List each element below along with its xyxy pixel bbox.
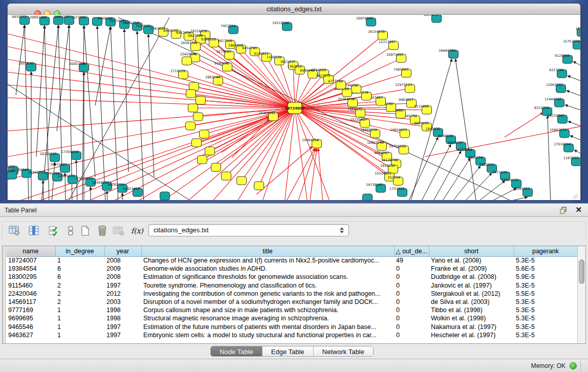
table-cell[interactable]: 1997 — [104, 331, 141, 339]
table-cell[interactable]: Investigating the contribution of common… — [141, 290, 394, 298]
table-cell[interactable]: 9115460 — [6, 281, 55, 290]
table-cell[interactable]: 1 — [55, 306, 104, 314]
table-cell[interactable]: 1998 — [104, 314, 141, 322]
table-row[interactable]: 1456911722003Disruption of a novel membe… — [6, 298, 577, 306]
table-cell[interactable]: Embryonic stem cells: a model to study s… — [141, 331, 394, 339]
graph-node[interactable] — [160, 192, 170, 200]
network-canvas[interactable]: 9435572206914061065326715276026466160107… — [8, 15, 580, 200]
table-row[interactable]: 977716911998Corpus callosum shape and si… — [6, 306, 577, 314]
float-panel-icon[interactable] — [559, 206, 568, 214]
table-cell[interactable]: Disruption of a novel member of a sodium… — [141, 298, 394, 306]
table-cell[interactable]: 0 — [394, 331, 429, 339]
table-cell[interactable]: 2003 — [104, 298, 141, 306]
table-cell[interactable]: 0 — [394, 273, 429, 281]
table-cell[interactable]: 5.3E-5 — [514, 281, 577, 290]
table-cell[interactable]: Tourette syndrome. Phenomenology and cla… — [141, 281, 394, 290]
table-cell[interactable]: 5.6E-5 — [514, 265, 577, 273]
table-cell[interactable]: 0 — [394, 281, 429, 290]
table-cell[interactable]: Estimation of the future numbers of pati… — [141, 323, 394, 331]
rows-icon[interactable] — [64, 224, 77, 237]
column-header-out_degree[interactable]: △ out_de... — [394, 246, 429, 256]
table-cell[interactable]: 2008 — [104, 273, 141, 281]
table-cell[interactable]: 5.5E-5 — [514, 290, 577, 298]
table-row[interactable]: 969969511998Structural magnetic resonanc… — [6, 314, 577, 322]
table-row[interactable]: 2242004622012Investigating the contribut… — [6, 290, 577, 298]
canvas-resize-grip[interactable] — [573, 193, 578, 199]
table-row[interactable]: 1872400712008Changes of HCN gene express… — [6, 256, 577, 265]
graph-node[interactable] — [254, 182, 264, 190]
table-cell[interactable]: 49 — [394, 256, 429, 265]
select-columns-icon[interactable] — [47, 224, 60, 237]
table-scrollbar-thumb[interactable] — [579, 259, 584, 284]
table-cell[interactable]: 5.3E-5 — [514, 306, 577, 314]
table-cell[interactable]: 2 — [55, 290, 104, 298]
table-cell[interactable]: 5.3E-5 — [514, 331, 577, 339]
table-cell[interactable]: 5.9E-5 — [514, 273, 577, 281]
tab-node-table[interactable]: Node Table — [211, 346, 263, 356]
citation-network-graph[interactable]: 9435572206914061065326715276026466160107… — [8, 15, 580, 200]
table-cell[interactable]: 5.3E-5 — [514, 323, 577, 331]
table-cell[interactable]: 19384554 — [6, 265, 55, 273]
table-cell[interactable]: Jankovic et al. (1997) — [429, 281, 514, 290]
table-cell[interactable]: 5.3E-5 — [514, 256, 577, 265]
table-cell[interactable]: 1 — [55, 314, 104, 322]
table-cell[interactable]: Franke et al. (2009) — [429, 265, 514, 273]
table-cell[interactable]: 1 — [55, 323, 104, 331]
table-selector-dropdown[interactable]: citations_edges.txt — [148, 224, 349, 236]
table-cell[interactable]: Structural magnetic resonance image aver… — [141, 314, 394, 322]
table-cell[interactable]: 1 — [55, 256, 104, 265]
table-cell[interactable]: 1997 — [104, 323, 141, 331]
table-cell[interactable]: Hescheler et al. (1997) — [429, 331, 514, 339]
graph-node[interactable] — [192, 139, 202, 147]
table-cell[interactable]: 5.3E-5 — [514, 314, 577, 322]
delete-column-icon[interactable] — [96, 224, 109, 237]
table-cell[interactable]: 5.3E-5 — [514, 298, 577, 306]
table-cell[interactable]: 1 — [55, 331, 104, 339]
new-column-icon[interactable] — [78, 224, 92, 237]
table-cell[interactable]: 6 — [55, 265, 104, 273]
table-cell[interactable]: 2 — [55, 281, 104, 290]
table-cell[interactable]: Genome-wide association studies in ADHD. — [141, 265, 394, 273]
column-header-pagerank[interactable]: pagerank — [514, 246, 577, 256]
graph-node[interactable] — [196, 96, 206, 104]
table-cell[interactable]: 0 — [394, 306, 429, 314]
table-cell[interactable]: 2009 — [104, 265, 141, 273]
graph-node[interactable] — [211, 163, 221, 171]
table-row[interactable]: 946554611997Estimation of the future num… — [6, 323, 577, 331]
table-cell[interactable]: Corpus callosum shape and size in male p… — [141, 306, 394, 314]
column-visibility-icon[interactable] — [27, 224, 40, 237]
table-cell[interactable]: 2008 — [104, 256, 141, 265]
column-header-year[interactable]: year — [104, 246, 141, 256]
tab-edge-table[interactable]: Edge Table — [263, 346, 314, 356]
table-cell[interactable]: Stergiakouli et al. (2012) — [429, 290, 514, 298]
graph-node[interactable] — [186, 90, 196, 98]
table-scrollbar[interactable] — [577, 246, 585, 343]
table-cell[interactable]: 1998 — [104, 306, 141, 314]
table-cell[interactable]: Tibbo et al. (1998) — [429, 306, 514, 314]
table-cell[interactable]: 14569117 — [6, 298, 55, 306]
table-cell[interactable]: 2012 — [104, 290, 141, 298]
table-cell[interactable]: de Silva et al. (2003) — [429, 298, 514, 306]
graph-node[interactable] — [198, 156, 207, 164]
close-panel-icon[interactable]: ✕ — [575, 205, 582, 214]
table-cell[interactable]: 9777169 — [6, 306, 55, 314]
column-header-short[interactable]: short — [429, 246, 514, 256]
column-header-name[interactable]: name — [6, 246, 55, 256]
column-header-in_degree[interactable]: in_degree — [55, 246, 104, 256]
table-cell[interactable]: Changes of HCN gene expression and I(f) … — [141, 256, 394, 265]
network-window-titlebar[interactable]: citations_edges.txt — [8, 4, 580, 15]
table-cell[interactable]: Wolkin et al. (1998) — [429, 314, 514, 322]
function-builder-icon[interactable]: f(x) — [129, 224, 145, 237]
table-cell[interactable]: 0 — [394, 323, 429, 331]
table-cell[interactable]: 1997 — [104, 281, 141, 290]
graph-node[interactable] — [222, 172, 231, 180]
table-row[interactable]: 946362711997Embryonic stem cells: a mode… — [6, 331, 577, 339]
graph-node[interactable] — [237, 177, 247, 185]
graph-node[interactable] — [193, 113, 203, 121]
table-cell[interactable]: 6 — [55, 273, 104, 281]
table-cell[interactable]: Nakamura et al. (1997) — [429, 323, 514, 331]
table-cell[interactable]: 0 — [394, 314, 429, 322]
table-cell[interactable]: Dudbridge et al. (2008) — [429, 273, 514, 281]
node-table[interactable]: namein_degreeyeartitle△ out_de...shortpa… — [6, 246, 578, 339]
network-window[interactable]: citations_edges.txt 94355722069140610653… — [7, 3, 581, 200]
